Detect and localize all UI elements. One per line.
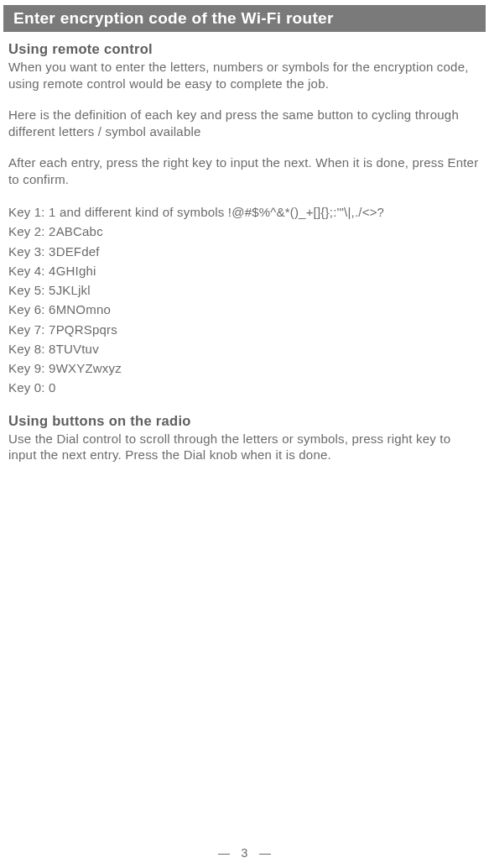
paragraph: Here is the definition of each key and p… — [8, 107, 481, 139]
paragraph: After each entry, press the right key to… — [8, 154, 481, 187]
key-def-9: Key 9: 9WXYZwxyz — [8, 358, 481, 378]
key-def-2: Key 2: 2ABCabc — [8, 222, 481, 241]
key-def-0: Key 0: 0 — [8, 378, 481, 397]
page-header-bar: Enter encryption code of the Wi-Fi route… — [3, 5, 486, 32]
paragraph: Use the Dial control to scroll through t… — [8, 431, 481, 463]
key-def-4: Key 4: 4GHIghi — [8, 261, 481, 280]
key-def-7: Key 7: 7PQRSpqrs — [8, 320, 481, 339]
key-def-6: Key 6: 6MNOmno — [8, 300, 481, 319]
paragraph: When you want to enter the letters, numb… — [8, 59, 481, 92]
page-footer: 3 — [0, 846, 489, 860]
key-def-1: Key 1: 1 and different kind of symbols !… — [8, 202, 481, 222]
page-title: Enter encryption code of the Wi-Fi route… — [13, 9, 334, 27]
footer-dash-left — [218, 854, 230, 855]
key-def-8: Key 8: 8TUVtuv — [8, 339, 481, 358]
section-heading-radio: Using buttons on the radio — [8, 413, 481, 429]
key-def-3: Key 3: 3DEFdef — [8, 242, 481, 261]
page-number: 3 — [235, 846, 255, 860]
key-definitions-list: Key 1: 1 and different kind of symbols !… — [8, 202, 481, 398]
section-heading-remote: Using remote control — [8, 41, 481, 57]
footer-dash-right — [259, 854, 271, 855]
page-content: Using remote control When you want to en… — [0, 32, 489, 463]
key-def-5: Key 5: 5JKLjkl — [8, 280, 481, 300]
